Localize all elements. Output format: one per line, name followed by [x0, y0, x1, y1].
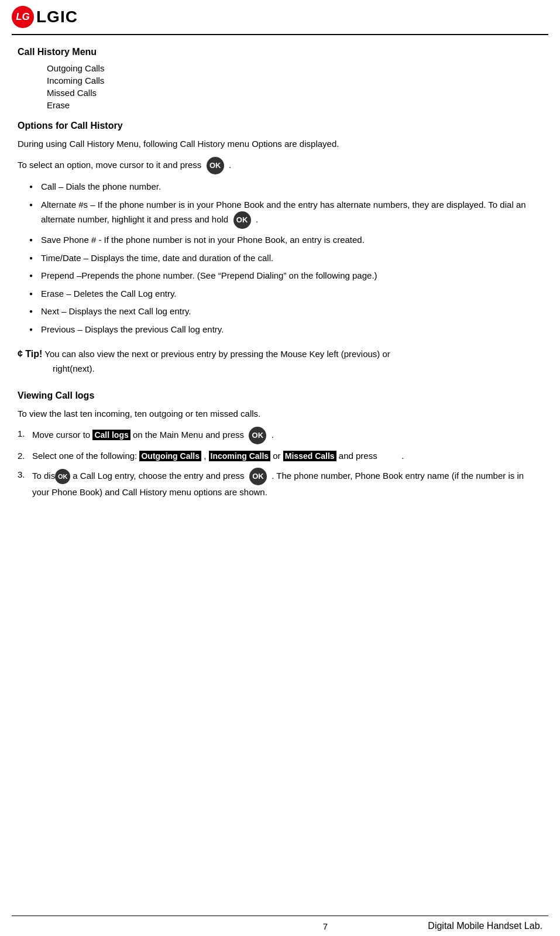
lg-logo-icon: LG — [12, 6, 34, 28]
list-item: 2. Select one of the following: Outgoing… — [18, 449, 542, 463]
outgoing-calls-highlight: Outgoing Calls — [139, 451, 201, 461]
missed-calls-highlight: Missed Calls — [283, 451, 336, 461]
call-history-menu-title: Call History Menu — [18, 47, 542, 57]
options-section: Options for Call History During using Ca… — [18, 121, 542, 336]
options-title: Options for Call History — [18, 121, 542, 131]
list-item: Alternate #s – If the phone number is in… — [29, 198, 542, 229]
tip-text2: right(next). — [53, 362, 542, 376]
ok-button-icon-5: OK — [249, 468, 267, 485]
list-item: Outgoing Calls — [47, 63, 542, 73]
footer-lab-name: Digital Mobile Handset Lab. — [428, 921, 542, 931]
ok-button-icon-2: OK — [233, 211, 251, 229]
list-item: Time/Date – Displays the time, date and … — [29, 252, 542, 265]
list-item: Call – Dials the phone number. — [29, 180, 542, 194]
list-item: 1. Move cursor to Call logs on the Main … — [18, 427, 542, 444]
call-history-menu-section: Call History Menu Outgoing Calls Incomin… — [18, 47, 542, 110]
list-item: Save Phone # - If the phone number is no… — [29, 234, 542, 247]
call-history-menu-list: Outgoing Calls Incoming Calls Missed Cal… — [47, 63, 542, 110]
options-para2: To select an option, move cursor to it a… — [18, 157, 542, 174]
list-item: Previous – Displays the previous Call lo… — [29, 323, 542, 337]
page-number: 7 — [223, 921, 428, 931]
footer: 7 Digital Mobile Handset Lab. — [0, 916, 560, 936]
ok-button-icon-3: OK — [249, 427, 266, 444]
viewing-title: Viewing Call logs — [18, 390, 542, 401]
list-item: 3. To disOK a Call Log entry, choose the… — [18, 468, 542, 499]
call-logs-highlight: Call logs — [92, 430, 130, 440]
tip-section: ¢ Tip! You can also view the next or pre… — [18, 347, 542, 376]
ok-button-icon: OK — [207, 157, 224, 174]
tip-label: ¢ Tip! — [18, 349, 42, 359]
viewing-section: Viewing Call logs To view the last ten i… — [18, 390, 542, 499]
options-bullet-list: Call – Dials the phone number. Alternate… — [29, 180, 542, 336]
ok-button-icon-4: OK — [55, 469, 70, 484]
list-item: Incoming Calls — [47, 76, 542, 85]
incoming-calls-highlight: Incoming Calls — [209, 451, 271, 461]
options-para2-end: . — [229, 160, 231, 170]
list-item: Next – Displays the next Call log entry. — [29, 305, 542, 318]
options-para2-text: To select an option, move cursor to it a… — [18, 160, 201, 170]
list-item: Prepend –Prepends the phone number. (See… — [29, 269, 542, 283]
viewing-steps-list: 1. Move cursor to Call logs on the Main … — [18, 427, 542, 499]
company-name: LGIC — [36, 8, 78, 26]
logo-container: LG LGIC — [12, 6, 78, 28]
options-para1: During using Call History Menu, followin… — [18, 137, 542, 151]
list-item: Erase – Deletes the Call Log entry. — [29, 287, 542, 301]
main-content: Call History Menu Outgoing Calls Incomin… — [0, 35, 560, 522]
header: LG LGIC — [0, 0, 560, 31]
list-item: Missed Calls — [47, 88, 542, 98]
list-item: Erase — [47, 100, 542, 110]
footer-content: 7 Digital Mobile Handset Lab. — [0, 916, 560, 936]
viewing-para: To view the last ten incoming, ten outgo… — [18, 407, 542, 421]
tip-text: You can also view the next or previous e… — [44, 349, 390, 359]
